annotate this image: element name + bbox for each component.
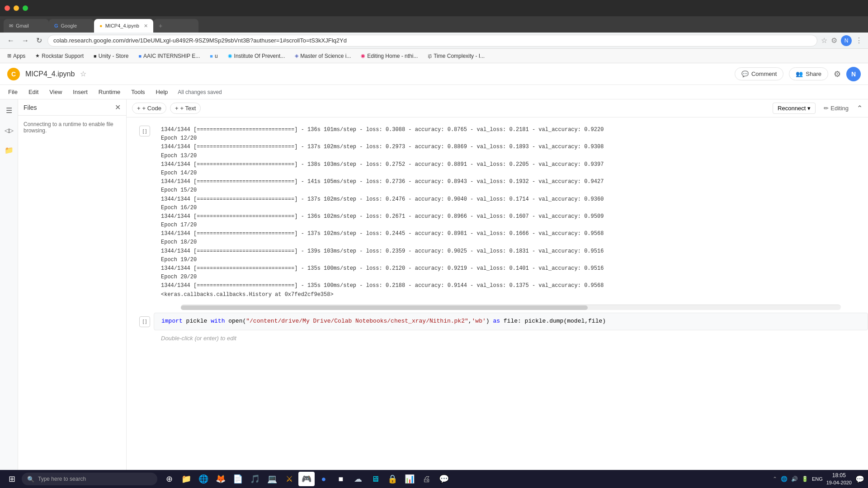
edge-icon[interactable]: 🌐: [195, 472, 212, 486]
coding-icon[interactable]: 💻: [264, 472, 280, 486]
plus-text-icon: +: [175, 105, 179, 112]
steam-icon[interactable]: ☁: [350, 472, 366, 486]
browser-tab-gmail[interactable]: ✉ Gmail: [4, 19, 49, 33]
comment-button[interactable]: 💬 Comment: [735, 67, 783, 80]
bookmark-aaic[interactable]: ■ AAIC INTERNSHIP E...: [135, 52, 203, 60]
share-icon: 👥: [796, 70, 803, 77]
menu-edit[interactable]: Edit: [24, 87, 43, 97]
cell-content-text-1: Double-click (or enter) to edit: [154, 331, 868, 345]
browser-address-bar: ← → ↻ colab.research.google.com/drive/1D…: [0, 33, 868, 49]
start-button[interactable]: ⊞: [4, 472, 20, 486]
files-icon[interactable]: 📁: [2, 143, 16, 157]
cell-run-button-2[interactable]: [ ]: [139, 316, 150, 327]
bookmark-rockstar[interactable]: ★ Rockstar Support: [32, 52, 87, 60]
notebook-name[interactable]: MICP4_4.ipynb: [25, 70, 75, 78]
menu-toggle-icon[interactable]: ☰: [2, 103, 16, 117]
bookmark-time-complexity[interactable]: iβ Time Complexity - I...: [424, 52, 488, 60]
ppt-icon[interactable]: 📊: [401, 472, 418, 486]
notebook-wrapper: + + Code + + Text Reconnect ▾ ✏ Editing …: [127, 99, 868, 470]
notebook-toolbar: + + Code + + Text Reconnect ▾ ✏ Editing …: [127, 99, 868, 117]
bookmark-unity[interactable]: ■ Unity - Store: [90, 52, 132, 60]
menu-tools[interactable]: Tools: [127, 87, 149, 97]
add-code-button[interactable]: + + Code: [132, 103, 166, 114]
reconnect-button[interactable]: Reconnect ▾: [773, 103, 816, 114]
output-text-1: 1344/1344 [=============================…: [154, 122, 868, 303]
volume-icon[interactable]: 🔊: [791, 476, 798, 482]
toc-icon[interactable]: ◁▷: [2, 123, 16, 137]
cell-code-1: [ ] import pickle with open("/content/dr…: [127, 313, 868, 330]
office-icon[interactable]: 🔒: [384, 472, 401, 486]
minimize-window-btn[interactable]: [14, 5, 19, 11]
sidebar-content: Connecting to a runtime to enable file b…: [18, 116, 126, 139]
tab-close-icon[interactable]: ✕: [144, 23, 148, 29]
share-button[interactable]: 👥 Share: [789, 67, 828, 80]
cell-text-1: Double-click (or enter) to edit: [127, 331, 868, 345]
bookmark-u[interactable]: ■ u: [206, 52, 221, 60]
bookmark-icon[interactable]: ☆: [821, 36, 827, 45]
sidebar-close-icon[interactable]: ✕: [115, 103, 121, 112]
menu-view[interactable]: View: [45, 87, 66, 97]
chrome-icon[interactable]: ●: [316, 472, 332, 486]
main-area: ☰ ◁▷ 📁 Files ✕ Connecting to a runtime t…: [0, 99, 868, 470]
windows-taskbar: ⊞ 🔍 Type here to search ⊕ 📁 🌐 🦊 📄 🎵 💻 ⚔ …: [0, 470, 868, 488]
close-window-btn[interactable]: [5, 5, 10, 11]
monitor-icon[interactable]: 🖥: [367, 472, 383, 486]
sidebar-title: Files: [24, 104, 37, 111]
forward-button[interactable]: →: [20, 35, 31, 47]
task-view-icon[interactable]: ⊕: [161, 472, 177, 486]
more-icon[interactable]: ⋮: [855, 36, 863, 45]
clock[interactable]: 18:05 19-04-2020: [826, 472, 852, 486]
collapse-icon[interactable]: ⌃: [857, 104, 863, 113]
cell-run-button-1[interactable]: [ ]: [139, 126, 150, 136]
extensions-icon[interactable]: ⚙: [831, 36, 837, 45]
cell-output-1: [ ] 1344/1344 [=========================…: [127, 122, 868, 312]
show-hidden-icons[interactable]: ⌃: [773, 476, 777, 482]
print-icon[interactable]: 🖨: [419, 472, 435, 486]
browser-tab-new[interactable]: +: [153, 19, 198, 33]
bookmark-master[interactable]: ◈ Master of Science i...: [291, 52, 354, 60]
settings-icon[interactable]: ⚙: [834, 69, 841, 79]
file-explorer-icon[interactable]: 📁: [178, 472, 194, 486]
bookmark-institute[interactable]: ◉ Institute Of Prevent...: [224, 52, 289, 60]
firefox-icon[interactable]: 🦊: [212, 472, 229, 486]
star-icon[interactable]: ☆: [80, 70, 86, 78]
search-icon: 🔍: [27, 476, 34, 483]
whatsapp-icon[interactable]: 💬: [436, 472, 452, 486]
bookmark-editing-home[interactable]: ◉ Editing Home - nthi...: [357, 52, 421, 60]
notification-icon[interactable]: 💬: [855, 475, 864, 483]
browser-tab-google[interactable]: G Google: [49, 19, 94, 33]
maximize-window-btn[interactable]: [23, 5, 28, 11]
horizontal-scrollbar[interactable]: [181, 305, 841, 310]
music-icon[interactable]: 🎵: [247, 472, 263, 486]
taskbar-search-box[interactable]: 🔍 Type here to search: [22, 473, 157, 485]
bookmark-apps[interactable]: ⊞ Apps: [4, 52, 29, 60]
avatar[interactable]: N: [846, 67, 861, 81]
double-click-hint[interactable]: Double-click (or enter) to edit: [154, 331, 868, 345]
menu-help[interactable]: Help: [151, 87, 173, 97]
menu-insert[interactable]: Insert: [68, 87, 92, 97]
cell-content-code-1[interactable]: import pickle with open("/content/drive/…: [154, 313, 868, 330]
cell-content-output-1: 1344/1344 [=============================…: [154, 122, 868, 312]
reload-button[interactable]: ↻: [34, 34, 44, 47]
colab-header: C MICP4_4.ipynb ☆ 💬 Comment 👥 Share ⚙ N: [0, 63, 868, 85]
profile-icon[interactable]: N: [841, 35, 852, 46]
search-placeholder: Type here to search: [38, 476, 86, 482]
game-icon[interactable]: ⚔: [281, 472, 297, 486]
menu-file[interactable]: File: [4, 87, 22, 97]
unity-icon[interactable]: ■: [333, 472, 349, 486]
acrobat-icon[interactable]: 📄: [230, 472, 246, 486]
browser-tab-colab[interactable]: ● MICP4_4.ipynb ✕: [94, 19, 153, 33]
taskbar-icons: ⊕ 📁 🌐 🦊 📄 🎵 💻 ⚔ 🎮 ● ■ ☁ 🖥 🔒 📊 🖨 💬: [161, 472, 452, 486]
network-icon[interactable]: 🌐: [781, 476, 788, 482]
epic-icon[interactable]: 🎮: [298, 472, 315, 486]
language-indicator: ENG: [812, 476, 823, 482]
address-input[interactable]: colab.research.google.com/drive/1DeUMLxg…: [47, 35, 817, 47]
battery-icon[interactable]: 🔋: [802, 476, 808, 482]
colab-header-right: 💬 Comment 👥 Share ⚙ N: [735, 67, 861, 81]
taskbar-right: ⌃ 🌐 🔊 🔋 ENG 18:05 19-04-2020 💬: [773, 472, 864, 486]
back-button[interactable]: ←: [5, 35, 16, 47]
menu-runtime[interactable]: Runtime: [94, 87, 125, 97]
code-editor-1[interactable]: import pickle with open("/content/drive/…: [154, 313, 868, 330]
add-text-button[interactable]: + + Text: [170, 103, 201, 114]
plus-code-icon: +: [137, 105, 141, 112]
